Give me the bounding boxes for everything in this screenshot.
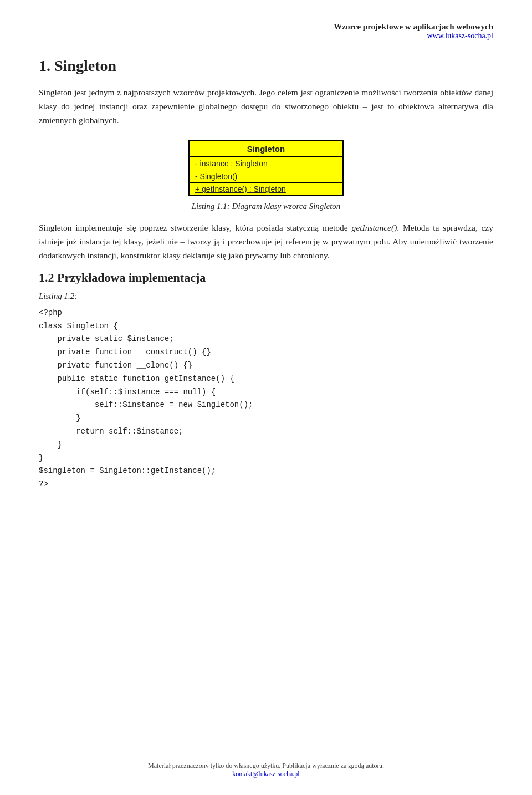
uml-box: Singleton - instance : Singleton - Singl… xyxy=(188,140,344,196)
section2-title: 1.2 Przykładowa implementacja xyxy=(39,271,493,285)
listing1-caption: Listing 1.1: Diagram klasy wzorca Single… xyxy=(39,202,493,211)
section1-title: 1. Singleton xyxy=(39,57,493,75)
page-footer: Materiał przeznaczony tylko do własnego … xyxy=(39,757,493,778)
site-url[interactable]: www.lukasz-socha.pl xyxy=(39,32,493,40)
page: Wzorce projektowe w aplikacjach webowych… xyxy=(0,0,532,795)
code-block: <?php class Singleton { private static $… xyxy=(39,307,493,491)
uml-row-getinstance: + getInstance() : Singleton xyxy=(190,183,342,195)
page-header: Wzorce projektowe w aplikacjach webowych… xyxy=(39,22,493,40)
section1-intro: Singleton jest jednym z najprostszych wz… xyxy=(39,86,493,127)
section1-body: Singleton implementuje się poprzez stwor… xyxy=(39,221,493,262)
uml-row-constructor: - Singleton() xyxy=(190,170,342,183)
listing2-label: Listing 1.2: xyxy=(39,292,493,301)
uml-row-instance: - instance : Singleton xyxy=(190,157,342,170)
uml-header: Singleton xyxy=(190,141,342,157)
uml-diagram-container: Singleton - instance : Singleton - Singl… xyxy=(39,140,493,196)
site-title: Wzorce projektowe w aplikacjach webowych xyxy=(39,22,493,32)
footer-email[interactable]: kontakt@lukasz-socha.pl xyxy=(232,770,299,778)
footer-text: Materiał przeznaczony tylko do własnego … xyxy=(148,762,384,769)
